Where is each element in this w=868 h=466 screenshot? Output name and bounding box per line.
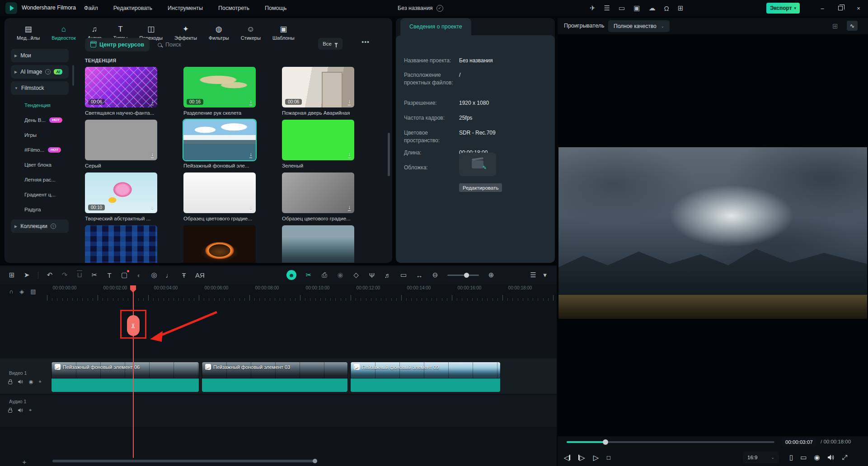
download-icon[interactable]: ↓: [151, 152, 154, 158]
save-icon[interactable]: ▣: [633, 4, 640, 12]
sidebar-item-цвет-блока[interactable]: Цвет блока: [24, 157, 69, 172]
volume-icon[interactable]: [827, 454, 835, 461]
play-button[interactable]: ▷: [593, 453, 599, 462]
sidebar-item-тенденция[interactable]: Тенденция: [24, 98, 69, 112]
lock-track-icon[interactable]: [8, 410, 12, 413]
download-icon[interactable]: ↓: [348, 152, 351, 158]
record-voiceover-icon[interactable]: Ψ: [368, 271, 375, 279]
search-input[interactable]: [165, 42, 220, 48]
delete-icon[interactable]: ⊔: [76, 271, 83, 279]
next-frame-button[interactable]: ▷: [578, 453, 585, 462]
preview-render-icon[interactable]: ◉: [337, 271, 344, 279]
visibility-eye-icon[interactable]: ◉: [29, 379, 33, 385]
help-icon[interactable]: ?: [45, 69, 51, 75]
history-list-icon[interactable]: ☰: [604, 4, 610, 12]
search-box[interactable]: [158, 42, 220, 48]
media-card[interactable]: ↓Образец цветового градие...: [282, 172, 354, 213]
snapshot-camera-icon[interactable]: ◉: [814, 453, 820, 461]
select-cursor-icon[interactable]: ➤: [23, 271, 30, 279]
screen-record-icon[interactable]: ▭: [400, 271, 407, 279]
media-card[interactable]: ↓Серый: [85, 120, 157, 160]
sidebar-item-радуга[interactable]: Радуга: [24, 202, 69, 217]
download-icon[interactable]: ↓: [249, 152, 252, 158]
snap-target-icon[interactable]: ⌖: [29, 407, 32, 413]
quality-dropdown[interactable]: Полное качество⌄: [608, 20, 670, 32]
download-icon[interactable]: ↓: [249, 99, 252, 105]
workspace-grid-icon[interactable]: ⊞: [678, 4, 684, 12]
chevron-down-icon[interactable]: ▾: [541, 271, 549, 279]
video-effect-icon[interactable]: ◐: [136, 271, 143, 279]
help-icon[interactable]: ?: [51, 224, 56, 229]
ai-audio-icon[interactable]: ♩: [165, 271, 173, 279]
layout-grid-icon[interactable]: ⊞: [8, 271, 15, 279]
media-card[interactable]: ↓Пейзажный фоновый эле...: [183, 120, 256, 160]
media-card[interactable]: [282, 225, 354, 263]
download-icon[interactable]: ↓: [348, 99, 351, 105]
filmstrip-icon[interactable]: ▤: [30, 288, 36, 295]
cast-display-icon[interactable]: ▭: [800, 453, 807, 461]
media-card[interactable]: ↓Зеленый: [282, 120, 354, 160]
sidebar-group-filmstock[interactable]: ▼Filmstock: [11, 81, 69, 95]
progress-bar[interactable]: [567, 441, 774, 443]
sidebar-item-день-в-[interactable]: День В...HOT: [24, 112, 69, 127]
translate-icon[interactable]: AЯ: [195, 271, 205, 279]
menu-5[interactable]: Помощь: [265, 5, 286, 11]
add-text-icon[interactable]: T: [106, 271, 113, 279]
library-scrollbar[interactable]: [388, 133, 390, 176]
edit-cover-button[interactable]: Редактировать: [459, 183, 502, 192]
undo-icon[interactable]: ↶: [46, 271, 53, 279]
media-card[interactable]: 00:16↓Разделение рук скелета: [183, 67, 256, 107]
cover-thumbnail[interactable]: [459, 153, 496, 176]
zoom-out-icon[interactable]: ⊖: [432, 271, 439, 279]
more-options-button[interactable]: •••: [361, 38, 370, 46]
timeline-clip[interactable]: ▶Пейзажный фоновый элемент 03: [202, 362, 347, 392]
add-track-button[interactable]: ＋: [21, 458, 28, 466]
panel-layout-icon[interactable]: ▭: [619, 4, 625, 12]
lock-track-icon[interactable]: [8, 381, 12, 384]
tab-stock-media[interactable]: ⌂Видеосток: [46, 25, 81, 41]
media-card[interactable]: 00:10↓Творческий абстрактный ...: [85, 172, 157, 213]
timeline-horizontal-scrollbar[interactable]: [52, 460, 315, 462]
share-icon[interactable]: ✈: [590, 4, 596, 12]
aspect-ratio-dropdown[interactable]: 16:9⌄: [743, 452, 779, 463]
scrollbar-handle[interactable]: [313, 459, 317, 463]
export-button[interactable]: Экспорт▾: [766, 3, 800, 14]
mute-track-icon[interactable]: [18, 408, 23, 413]
fullscreen-icon[interactable]: ⤢: [842, 453, 848, 461]
sidebar-group-мои[interactable]: ▶Мои: [11, 49, 69, 62]
sidebar-group-ai-image[interactable]: ▶AI Image?AI: [11, 65, 69, 79]
split-scissors-icon[interactable]: ✂: [91, 271, 98, 279]
download-icon[interactable]: ↓: [249, 205, 252, 211]
color-wheels-icon[interactable]: ◎: [150, 271, 158, 279]
menu-1[interactable]: Файл: [84, 5, 98, 11]
ai-mask-icon[interactable]: ☻: [286, 270, 296, 280]
restore-button[interactable]: [831, 0, 849, 16]
track-manager-icon[interactable]: ☰: [530, 271, 537, 279]
time-ruler[interactable]: 00:00:00:0000:00:02:0000:00:04:0000:00:0…: [47, 285, 557, 301]
menu-4[interactable]: Посмотреть: [218, 5, 249, 11]
menu-2[interactable]: Редактировать: [113, 5, 152, 11]
support-headset-icon[interactable]: Ω: [664, 5, 669, 12]
mute-track-icon[interactable]: [18, 379, 23, 384]
phone-mirror-icon[interactable]: ▯: [789, 453, 793, 461]
sidebar-item-#filmo-[interactable]: #Filmo...HOT: [24, 142, 69, 157]
tab-project-info[interactable]: Сведения о проекте: [400, 18, 471, 35]
previous-frame-button[interactable]: ◁: [564, 453, 570, 462]
fit-timeline-icon[interactable]: ↔: [416, 271, 423, 279]
cloud-upload-icon[interactable]: ☁: [648, 4, 655, 12]
minimize-button[interactable]: –: [813, 0, 831, 16]
media-card[interactable]: [183, 225, 256, 263]
snap-magnet-icon[interactable]: ∩: [9, 288, 13, 295]
crop-icon[interactable]: ▢: [121, 271, 128, 279]
shield-icon[interactable]: ◇: [352, 271, 360, 279]
tab-media-files[interactable]: ▤Мед...йлы: [11, 24, 46, 41]
download-icon[interactable]: ↓: [151, 99, 154, 105]
sidebar-item-градиент-ц-[interactable]: Градиент ц...: [24, 187, 69, 202]
text-to-speech-icon[interactable]: Ŧ: [180, 271, 188, 279]
media-card[interactable]: 00:06↓Светящаяся научно-фанта...: [85, 67, 157, 107]
scopes-icon[interactable]: ∿: [847, 21, 858, 31]
sidebar-group-collections[interactable]: ▶Коллекции?: [11, 219, 69, 233]
sidebar-item-игры[interactable]: Игры: [24, 127, 69, 142]
media-card[interactable]: ↓Образец цветового градие...: [183, 172, 256, 213]
menu-3[interactable]: Инструменты: [168, 5, 203, 11]
